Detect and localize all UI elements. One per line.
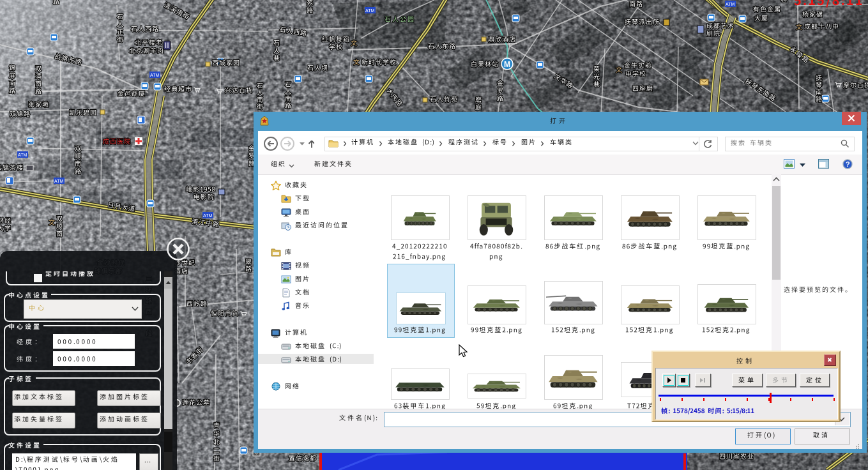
svg-text:ATM: ATM [365,8,374,13]
svg-text:M: M [504,60,510,69]
svg-text:ATM: ATM [203,213,212,218]
svg-text:ATM: ATM [150,73,159,77]
svg-text:?: ? [846,160,850,168]
svg-text:ATM: ATM [54,179,63,183]
svg-text:ATM: ATM [18,153,27,157]
svg-text:ATM: ATM [726,2,735,6]
